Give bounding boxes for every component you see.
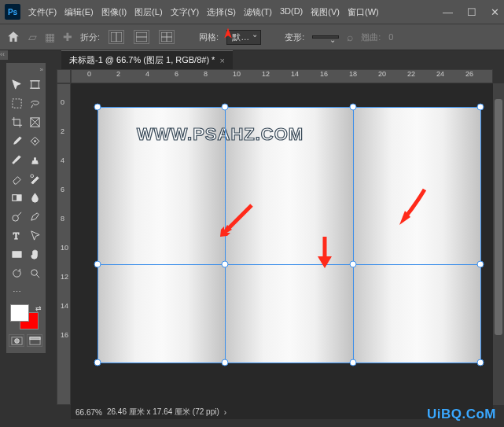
move-tool[interactable]	[9, 76, 24, 92]
svg-line-20	[17, 212, 21, 215]
menu-filter[interactable]: 滤镜(T)	[244, 6, 272, 18]
ruler-tick: 12	[61, 273, 68, 281]
brush-tool[interactable]	[9, 152, 24, 167]
ruler-tick: 14	[61, 302, 68, 310]
menu-view[interactable]: 视图(V)	[311, 6, 340, 18]
tools-panel: » T ⋯ ⇄	[6, 63, 46, 353]
canvas-panel-1	[97, 107, 226, 363]
transform-handle[interactable]	[94, 104, 101, 111]
transform-edge-right[interactable]	[480, 107, 481, 363]
split-horiz-button[interactable]	[134, 30, 149, 44]
menu-layer[interactable]: 图层(L)	[134, 6, 162, 18]
menu-type[interactable]: 文字(Y)	[171, 6, 200, 18]
menu-image[interactable]: 图像(I)	[101, 6, 127, 18]
document-area: 未标题-1 @ 66.7% (图层 1, RGB/8#) * × 0246810…	[57, 50, 504, 427]
status-zoom[interactable]: 66.67%	[75, 408, 102, 417]
transform-handle[interactable]	[350, 104, 357, 111]
vertical-scrollbar[interactable]	[493, 83, 504, 405]
artboard-tool[interactable]	[27, 76, 42, 92]
status-doc-info[interactable]: 26.46 厘米 x 17.64 厘米 (72 ppi)	[107, 407, 219, 418]
transform-handle[interactable]	[477, 359, 484, 366]
close-tab-icon[interactable]: ×	[219, 56, 224, 65]
transform-handle[interactable]	[94, 359, 101, 366]
vertical-ruler[interactable]: 0246810121416	[57, 83, 71, 405]
menu-edit[interactable]: 编辑(E)	[64, 6, 94, 18]
path-select-tool[interactable]	[27, 227, 42, 243]
transform-edge-top[interactable]	[97, 107, 481, 108]
split-vert-button[interactable]	[109, 30, 124, 44]
transform-split-h[interactable]	[97, 264, 481, 265]
pen-tool[interactable]	[27, 208, 42, 224]
type-tool[interactable]: T	[9, 227, 24, 243]
crop-tool[interactable]	[9, 114, 24, 130]
menu-file[interactable]: 文件(F)	[28, 6, 57, 18]
warp-split-icon[interactable]: ▦	[45, 31, 55, 43]
transform-handle[interactable]	[477, 104, 484, 111]
transform-handle[interactable]	[222, 359, 229, 366]
edit-toolbar[interactable]: ⋯	[9, 284, 24, 300]
ruler-tick: 0	[87, 70, 91, 78]
menu-select[interactable]: 选择(S)	[207, 6, 236, 18]
transform-dropdown[interactable]	[312, 35, 339, 39]
tools-collapse-icon[interactable]: »	[9, 66, 43, 73]
menu-window[interactable]: 窗口(W)	[348, 6, 379, 18]
transform-handle[interactable]	[477, 261, 484, 268]
site-watermark: UiBQ.CoM	[427, 407, 496, 422]
frame-tool[interactable]	[27, 114, 42, 130]
screenmode-button[interactable]	[27, 334, 42, 347]
transform-edge-left[interactable]	[97, 107, 98, 363]
horizontal-ruler[interactable]: 02468101214161820222426	[71, 69, 493, 83]
transform-handle[interactable]	[94, 261, 101, 268]
minimize-button[interactable]: —	[443, 6, 453, 18]
grid-label: 网格:	[199, 31, 219, 43]
transform-edge-bottom[interactable]	[97, 363, 481, 363]
curve-label: 翘曲:	[361, 31, 381, 43]
annotation-arrow-menu	[222, 27, 234, 39]
rectangle-tool[interactable]	[9, 246, 24, 262]
eraser-tool[interactable]	[9, 171, 24, 186]
patch-tool[interactable]	[27, 133, 42, 149]
dodge-tool[interactable]	[9, 208, 24, 224]
ruler-tick: 2	[116, 70, 120, 78]
warp-mesh-icon[interactable]: ▱	[28, 31, 37, 43]
foreground-color-swatch[interactable]	[10, 304, 29, 322]
canvas[interactable]: WWW.PSAHZ.COM	[97, 107, 481, 363]
blur-tool[interactable]	[27, 190, 42, 205]
gradient-tool[interactable]	[9, 190, 24, 205]
color-swatches[interactable]: ⇄	[9, 304, 43, 331]
split-cross-button[interactable]	[159, 30, 175, 44]
ruler-tick: 6	[175, 70, 178, 78]
panel-collapse-strip[interactable]: ‹‹	[0, 50, 8, 60]
ruler-tick: 8	[61, 215, 64, 223]
status-chevron-icon[interactable]: ›	[224, 408, 226, 417]
marquee-tool[interactable]	[9, 95, 24, 111]
ruler-origin[interactable]	[57, 69, 71, 83]
home-icon[interactable]	[6, 30, 20, 44]
eyedropper-tool[interactable]	[9, 133, 24, 149]
close-button[interactable]: ✕	[491, 6, 499, 18]
transform-handle[interactable]	[222, 104, 229, 111]
menu-3d[interactable]: 3D(D)	[280, 6, 303, 18]
scrollbar-thumb[interactable]	[495, 99, 502, 335]
swap-colors-icon[interactable]: ⇄	[35, 304, 42, 312]
warp-cross-icon[interactable]: ✚	[63, 31, 72, 43]
rotate-view-tool[interactable]	[9, 265, 24, 281]
svg-point-16	[30, 174, 33, 177]
ruler-tick: 0	[61, 98, 64, 106]
transform-handle[interactable]	[222, 261, 229, 268]
zoom-tool[interactable]	[27, 265, 42, 281]
lasso-tool[interactable]	[27, 95, 42, 111]
document-tab[interactable]: 未标题-1 @ 66.7% (图层 1, RGB/8#) * ×	[61, 50, 233, 69]
canvas-panel-3	[353, 107, 481, 363]
ruler-tick: 18	[349, 70, 357, 78]
search-icon[interactable]: ⌕	[347, 31, 353, 43]
transform-handle[interactable]	[350, 261, 357, 268]
history-brush-tool[interactable]	[27, 171, 42, 186]
transform-handle[interactable]	[350, 359, 357, 366]
maximize-button[interactable]: ☐	[467, 6, 476, 18]
quickmask-button[interactable]	[9, 334, 24, 347]
canvas-viewport[interactable]: WWW.PSAHZ.COM	[71, 83, 493, 405]
clone-stamp-tool[interactable]	[27, 152, 42, 167]
transform-split-v2[interactable]	[353, 107, 354, 363]
hand-tool[interactable]	[27, 246, 42, 262]
